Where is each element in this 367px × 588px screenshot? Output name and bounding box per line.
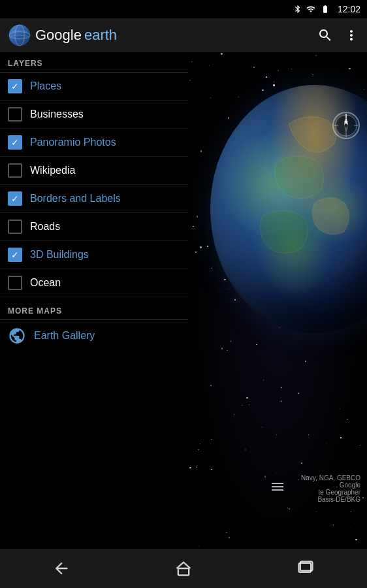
star [210, 385, 212, 386]
status-icons: 12:02 [293, 4, 360, 14]
more-maps-section: MORE MAPS Earth Gallery [0, 300, 188, 351]
layer-label-places: Places [30, 80, 61, 92]
layer-label-borders: Borders and Labels [30, 193, 121, 204]
earth-menu-icon[interactable] [270, 479, 285, 498]
left-panel: LAYERS ✓PlacesBusinesses✓Panoramio Photo… [0, 52, 188, 549]
star [347, 419, 347, 419]
star [211, 439, 212, 440]
star [308, 434, 309, 435]
checkbox-places[interactable]: ✓ [8, 79, 22, 93]
back-button[interactable] [45, 555, 78, 581]
star [199, 546, 199, 546]
star [246, 397, 247, 399]
copyright-line-1: . Navy, NGA, GEBCO [298, 474, 361, 482]
star [198, 449, 199, 451]
google-earth-logo [8, 24, 31, 47]
star [327, 443, 327, 444]
layer-label-businesses: Businesses [30, 108, 84, 120]
layers-list: ✓PlacesBusinesses✓Panoramio PhotosWikipe… [0, 73, 188, 297]
star [355, 539, 357, 540]
star [200, 444, 200, 444]
star [340, 437, 341, 438]
star [262, 427, 263, 427]
star [360, 445, 360, 446]
layer-item-borders[interactable]: ✓Borders and Labels [0, 185, 188, 213]
star [189, 467, 191, 468]
star [278, 70, 279, 71]
star [305, 361, 306, 361]
layer-item-roads[interactable]: Roads [0, 213, 188, 241]
star [354, 523, 355, 523]
star [229, 537, 230, 538]
star [301, 463, 302, 464]
star [289, 508, 290, 510]
checkbox-borders[interactable]: ✓ [8, 191, 22, 206]
more-maps-header: MORE MAPS [0, 300, 188, 320]
checkbox-panoramio[interactable]: ✓ [8, 135, 22, 150]
star [362, 497, 363, 498]
star [253, 67, 255, 68]
layer-item-wikipedia[interactable]: Wikipedia [0, 157, 188, 185]
bluetooth-icon [293, 5, 302, 14]
layers-section-header: LAYERS [0, 52, 188, 73]
star [340, 408, 340, 409]
checkbox-businesses[interactable] [8, 107, 22, 122]
layer-item-buildings[interactable]: ✓3D Buildings [0, 241, 188, 269]
checkbox-roads[interactable] [8, 220, 22, 234]
logo-section: Googleearth [8, 24, 117, 47]
star [226, 532, 227, 534]
home-button[interactable] [167, 555, 200, 581]
star [227, 350, 228, 351]
star [298, 393, 299, 394]
earth-gallery-item[interactable]: Earth Gallery [0, 320, 188, 351]
star [200, 246, 201, 248]
copyright-line-3: te Geographer [298, 489, 361, 496]
star [263, 380, 264, 381]
checkbox-buildings[interactable]: ✓ [8, 248, 22, 262]
layer-label-ocean: Ocean [30, 277, 61, 289]
layer-item-businesses[interactable]: Businesses [0, 101, 188, 129]
recents-button[interactable] [289, 555, 322, 581]
star [256, 344, 257, 345]
star [209, 65, 210, 66]
star [264, 476, 266, 477]
star [281, 387, 282, 388]
app-header: Googleearth [0, 18, 367, 52]
layer-item-places[interactable]: ✓Places [0, 73, 188, 101]
star [234, 414, 234, 415]
layer-label-wikipedia: Wikipedia [30, 165, 75, 176]
star [276, 473, 276, 474]
star [221, 53, 222, 54]
status-bar: 12:02 [0, 0, 367, 18]
star [200, 150, 202, 152]
checkbox-ocean[interactable] [8, 276, 22, 290]
layer-item-panoramio[interactable]: ✓Panoramio Photos [0, 129, 188, 157]
compass[interactable]: N [332, 111, 360, 140]
star [333, 525, 334, 525]
search-icon[interactable] [317, 27, 333, 43]
star [274, 82, 274, 82]
star [221, 348, 223, 349]
star [211, 469, 212, 470]
star [191, 61, 192, 62]
star [249, 404, 249, 405]
layer-label-panoramio: Panoramio Photos [30, 137, 116, 148]
star [242, 405, 243, 406]
star [189, 80, 191, 81]
layer-item-ocean[interactable]: Ocean [0, 269, 188, 297]
nav-bar [0, 549, 367, 588]
star [207, 246, 208, 247]
layer-label-buildings: 3D Buildings [30, 249, 89, 261]
star [349, 68, 350, 69]
layer-label-roads: Roads [30, 221, 60, 233]
globe-icon [8, 327, 26, 345]
star [316, 512, 317, 512]
star [245, 449, 246, 450]
copyright-line-2: . Google [298, 482, 361, 489]
battery-icon [319, 5, 331, 14]
star [197, 466, 198, 468]
star [231, 341, 231, 342]
star [351, 512, 351, 512]
more-options-icon[interactable] [343, 27, 359, 43]
checkbox-wikipedia[interactable] [8, 163, 22, 178]
